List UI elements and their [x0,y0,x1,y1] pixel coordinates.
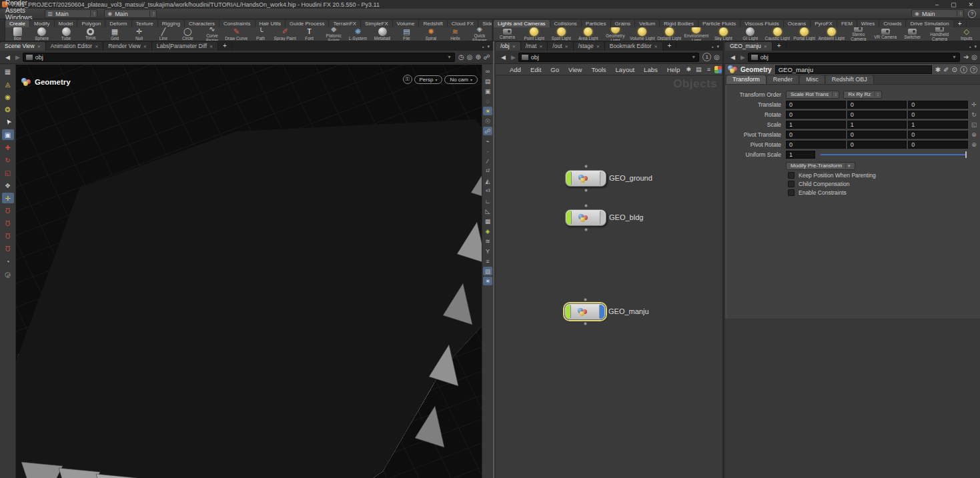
scale-jack-icon[interactable]: ◱ [968,121,980,128]
uniform-scale-slider[interactable] [821,154,967,155]
pane-tab-geo-manju[interactable]: GEO_manju✕ [725,42,773,51]
shelf-tool-draw-curve[interactable]: ✎Draw Curve [224,27,248,41]
show-handles-icon[interactable]: ✛ [2,193,14,203]
param-tab-redshift-obj[interactable]: Redshift OBJ [826,75,874,84]
snap-multi-icon[interactable]: Ω [2,218,14,229]
new-pane-tab-button[interactable]: + [218,41,232,51]
camera-selector[interactable]: No cam▾ [444,75,478,84]
checkbox-enable-constraints[interactable] [788,189,795,196]
shelf-tool-l-system[interactable]: ❋L-System [346,27,370,41]
rotate-jack-icon[interactable]: ↻ [968,111,980,118]
node-display-flag[interactable] [599,305,604,319]
shelf-tab-rigid-bodies[interactable]: Rigid Bodies [660,20,698,27]
node-template-flag[interactable] [566,171,572,185]
node-output-connector[interactable] [584,189,588,192]
network-menu-help[interactable]: Help [662,66,685,73]
shelf-tool-caustic-light[interactable]: Caustic Light [764,27,791,41]
close-tab-icon[interactable]: ✕ [143,44,147,49]
shelf-tab-polygon[interactable]: Polygon [77,20,105,27]
transform-order-select[interactable]: Scale Rot Trans↕ [786,91,839,99]
shelf-tab-wires[interactable]: Wires [857,20,879,27]
pane-tab--out[interactable]: /out✕ [548,42,573,51]
info-icon[interactable]: i [960,66,967,73]
secure-selection-lock-icon[interactable]: ▣ [2,129,14,140]
pane-tab--mat[interactable]: /mat✕ [521,42,548,51]
shelf-tool-point-light[interactable]: Point Light [521,27,548,41]
pivot-rotate-field-y[interactable]: 0 [847,141,907,149]
shelf-tool-vr-camera[interactable]: VR Camera [872,29,899,40]
pane-tab-render-view[interactable]: Render View✕ [103,42,152,51]
fog-icon[interactable]: ≋ [483,237,492,245]
help-button[interactable]: ? [968,10,976,18]
shelf-tab-particles[interactable]: Particles [582,20,611,27]
shelf-tool-helix[interactable]: ≋Helix [443,27,467,41]
close-tab-icon[interactable]: ✕ [764,44,767,49]
network-menu-edit[interactable]: Edit [526,66,546,73]
shelf-tool-path[interactable]: ╰Path [249,27,273,41]
close-button[interactable]: ✕ [968,1,973,8]
checkbox-child-compensation[interactable] [788,181,795,187]
node-template-flag[interactable] [566,305,571,319]
tripod-icon[interactable]: Y [483,247,492,255]
volatile-select-icon[interactable]: ◬ [2,79,14,89]
shelf-tab-create[interactable]: Create [5,20,30,27]
shelf-tool-grid[interactable]: ▦Grid [103,27,127,41]
group-count-badge[interactable]: 1 [702,53,711,61]
radial-menu-icon[interactable]: ◎ [714,53,720,61]
node-body[interactable] [565,170,606,187]
snap-points-icon[interactable]: Ω [2,205,14,216]
radial-menu-icon[interactable]: ◎ [467,53,473,61]
rotate-order-select[interactable]: Rx Ry Rz↕ [843,91,881,99]
shelf-tool-sphere[interactable]: Sphere [29,27,53,41]
select-arrow-icon[interactable]: ➤ [0,114,15,130]
viewport-light-icon[interactable]: ☀ [483,277,492,285]
node-help-icon[interactable]: ? [970,66,977,73]
network-canvas[interactable]: Objects GEO_groundGEO_bldgGEO_manju [496,76,722,478]
network-node-geo_ground[interactable] [565,170,606,187]
point-markers-icon[interactable]: ∙ [483,147,492,155]
network-node-geo_bldg[interactable] [565,209,606,226]
shelf-tool-spray-paint[interactable]: ✐Spray Paint [273,27,297,41]
network-menu-go[interactable]: Go [546,66,564,73]
pane-tab--stage[interactable]: /stage✕ [574,42,605,51]
network-menu-labs[interactable]: Labs [639,66,662,73]
node-input-connector[interactable] [584,165,588,168]
shelf-tool-spiral[interactable]: ✺Spiral [419,27,443,41]
color-palette-icon[interactable] [714,66,722,73]
pane-tab-scene-view[interactable]: Scene View✕ [0,42,46,51]
shelf-tool-quick-shapes[interactable]: ◈Quick Shapes [468,27,492,41]
pivot-translate-field-x[interactable]: 0 [786,131,846,139]
point-numbers-icon[interactable]: ¹² [483,167,492,175]
minimize-button[interactable]: – [935,1,939,8]
menu-assets[interactable]: Assets [0,7,38,14]
pane-tab-labs-parameter-diff[interactable]: Labs|Parameter Diff✕ [152,42,218,51]
right-desktop-selector[interactable]: ◉ Main ↕ [911,9,964,18]
lasso-select-icon[interactable]: ◉ [2,91,14,102]
shelf-tool-file[interactable]: ▤File [394,27,418,41]
shelf-tool-line[interactable]: ╱Line [151,27,175,41]
shelf-tab-oceans[interactable]: Oceans [784,20,811,27]
shelf-tool-sky-light[interactable]: Sky Light [710,27,737,41]
rotate-handle-icon[interactable]: ↻ [2,155,14,165]
node-body[interactable] [565,209,606,226]
network-path-field[interactable]: obj ▼ [518,53,699,62]
lock-view-icon[interactable]: ▣ [483,87,492,95]
shelf-tab-rigging[interactable]: Rigging [158,20,185,27]
add-shelf-tab-button[interactable]: + [954,20,967,27]
rotate-field-y[interactable]: 0 [847,111,907,119]
shelf-tab-collisions[interactable]: Collisions [550,20,582,27]
back-button[interactable]: ◀ [728,54,738,61]
maximize-pane-icon[interactable]: ▪ [969,45,971,49]
shelf-tool-null[interactable]: ✛Null [127,27,151,41]
shelf-tab-guide-process[interactable]: Guide Process [286,20,329,27]
close-tab-icon[interactable]: ✕ [654,44,658,49]
pane-menu-icon[interactable]: ▾ [974,44,977,49]
translate-field-z[interactable]: 0 [908,101,968,109]
node-output-connector[interactable] [584,228,588,231]
shelf-dock-handle[interactable] [0,19,5,41]
param-tab-misc[interactable]: Misc [800,75,825,84]
shelf-tab-terrainfx[interactable]: TerrainFX [329,20,361,27]
shelf-tool-geometry-light[interactable]: Geometry Light [602,27,629,41]
world-link-icon[interactable]: ⊕ [475,53,480,61]
pose-tool-icon[interactable]: ❖ [2,180,14,191]
